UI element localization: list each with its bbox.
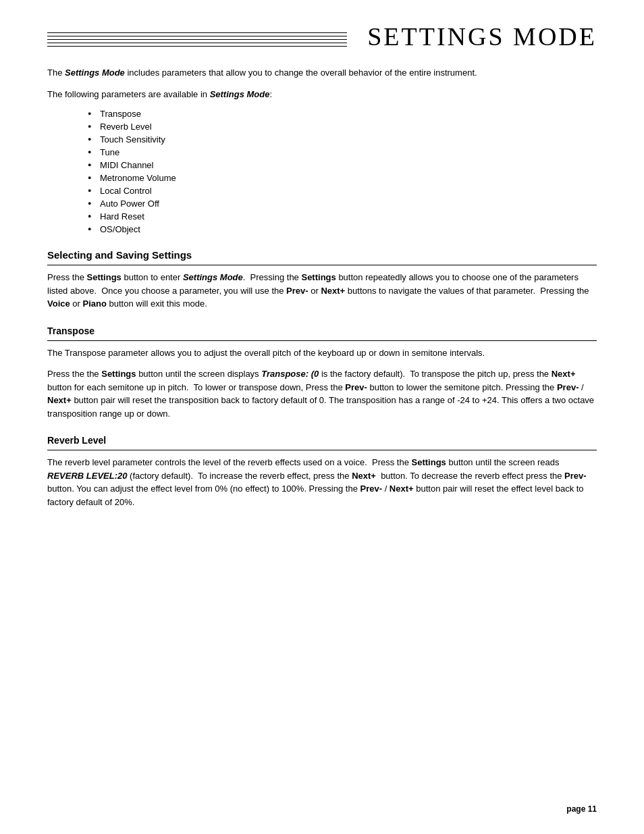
reverb-heading: Reverb Level — [47, 435, 597, 450]
prev-bold-3: Prev- — [564, 471, 587, 481]
transpose-paragraph-1: The Transpose parameter allows you to ad… — [47, 346, 597, 360]
header-lines — [47, 20, 367, 47]
settings-mode-bold-1: Settings Mode — [65, 68, 125, 78]
selecting-section: Selecting and Saving Settings Press the … — [47, 249, 597, 311]
prev-bold-2: Prev- — [345, 382, 367, 392]
piano-bold: Piano — [83, 298, 107, 309]
header-line-5 — [47, 46, 347, 47]
settings-mode-italic: Settings Mode — [183, 272, 243, 282]
list-item: Transpose — [88, 109, 597, 119]
transpose-paragraph-2: Press the the Settings button until the … — [47, 367, 597, 420]
next-bold-5: Next+ — [390, 484, 414, 494]
intro-paragraph-2: The following parameters are available i… — [47, 88, 597, 101]
list-item: Local Control — [88, 186, 597, 196]
prev-bold-4: Prev- — [360, 484, 382, 494]
header-line-1 — [47, 32, 347, 33]
list-item: Hard Reset — [88, 211, 597, 221]
prev-bold: Prev- — [286, 286, 308, 296]
list-item: Reverb Level — [88, 122, 597, 132]
transpose-heading: Transpose — [47, 325, 597, 341]
selecting-heading: Selecting and Saving Settings — [47, 249, 597, 265]
settings-bold-2: Settings — [301, 272, 336, 282]
settings-bold-3: Settings — [101, 369, 136, 379]
settings-bold: Settings — [87, 272, 122, 282]
page-number: page 11 — [566, 804, 597, 814]
reverb-paragraph: The reverb level parameter controls the … — [47, 456, 597, 509]
list-item: OS/Object — [88, 224, 597, 234]
settings-mode-bold-2: Settings Mode — [210, 89, 270, 99]
header-line-4 — [47, 43, 347, 43]
list-item: Metronome Volume — [88, 173, 597, 183]
settings-bold-4: Settings — [412, 457, 446, 467]
header: Settings Mode — [47, 20, 597, 51]
header-line-3 — [47, 39, 347, 40]
selecting-paragraph: Press the Settings button to enter Setti… — [47, 271, 597, 311]
list-item: Tune — [88, 147, 597, 157]
reverb-level-display: REVERB LEVEL:20 — [47, 471, 127, 481]
next-bold-2: Next+ — [552, 369, 576, 379]
reverb-section: Reverb Level The reverb level parameter … — [47, 435, 597, 509]
transpose-display: Transpose: (0 — [261, 369, 319, 379]
list-item: Touch Sensitivity — [88, 134, 597, 145]
next-bold-4: Next+ — [352, 471, 378, 481]
next-bold: Next+ — [321, 286, 345, 296]
prev-next-bold: Prev- — [557, 382, 579, 392]
transpose-section: Transpose The Transpose parameter allows… — [47, 325, 597, 421]
parameter-list: Transpose Reverb Level Touch Sensitivity… — [88, 109, 597, 234]
next-bold-3: Next+ — [47, 395, 72, 405]
header-line-2 — [47, 36, 347, 36]
page-title: Settings Mode — [367, 20, 597, 51]
page: Settings Mode The Settings Mode includes… — [0, 0, 644, 834]
voice-bold: Voice — [47, 298, 70, 309]
intro-paragraph-1: The Settings Mode includes parameters th… — [47, 66, 597, 80]
list-item: Auto Power Off — [88, 199, 597, 209]
list-item: MIDI Channel — [88, 160, 597, 170]
